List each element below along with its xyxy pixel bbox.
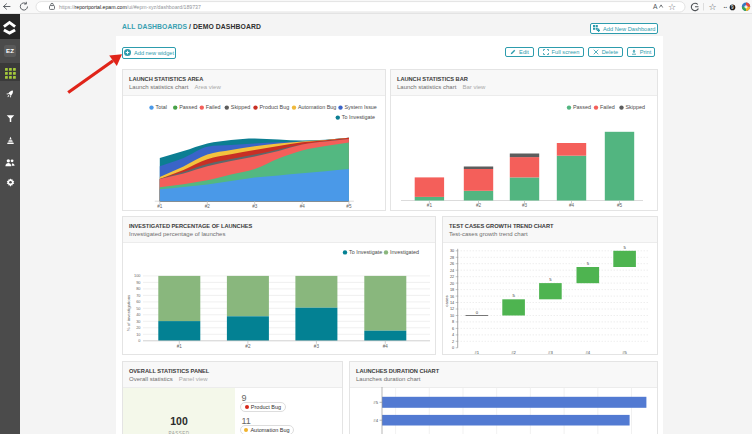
svg-text:% of investigations: % of investigations: [126, 294, 131, 331]
svg-text:12: 12: [450, 307, 454, 311]
svg-text:60: 60: [136, 299, 141, 304]
svg-text:Passed: Passed: [573, 104, 591, 110]
svg-text:Passed: Passed: [179, 104, 197, 110]
svg-text:100: 100: [134, 273, 141, 278]
svg-text:#2: #2: [511, 350, 516, 355]
svg-text:#5: #5: [373, 400, 378, 405]
svg-text:#2: #2: [245, 344, 251, 349]
svg-text:System Issue: System Issue: [345, 104, 377, 110]
svg-text:#4: #4: [585, 350, 590, 355]
svg-text:28: 28: [450, 256, 454, 260]
svg-text:70: 70: [136, 293, 141, 298]
svg-text:#2: #2: [205, 204, 211, 209]
svg-text:90: 90: [136, 280, 141, 285]
svg-text:☆: ☆: [668, 2, 676, 12]
svg-text:#4: #4: [300, 204, 306, 209]
svg-text:0: 0: [476, 310, 479, 315]
svg-text:9: 9: [731, 5, 734, 10]
svg-text:☆: ☆: [709, 2, 717, 12]
svg-text:Total: Total: [156, 104, 167, 110]
svg-text:#1: #1: [177, 344, 183, 349]
svg-text:..: ..: [724, 2, 728, 9]
svg-text:20: 20: [450, 282, 454, 286]
svg-text:#3: #3: [252, 204, 258, 209]
svg-text:#1: #1: [157, 204, 163, 209]
svg-text:10: 10: [450, 314, 454, 318]
svg-text:26: 26: [450, 262, 454, 266]
svg-text:#4: #4: [373, 418, 378, 423]
svg-text:#5: #5: [617, 203, 623, 208]
svg-text:cases: cases: [444, 294, 449, 306]
svg-text:#3: #3: [548, 350, 553, 355]
svg-text:To Investigate: To Investigate: [342, 114, 375, 120]
svg-text:30: 30: [450, 249, 454, 253]
svg-text:30: 30: [136, 319, 141, 324]
svg-text:14: 14: [450, 301, 454, 305]
svg-text:To Investigate: To Investigate: [349, 249, 382, 255]
svg-text:5: 5: [549, 277, 552, 282]
svg-text:20: 20: [136, 325, 141, 330]
svg-text:#3: #3: [314, 344, 320, 349]
svg-text:Failed: Failed: [206, 104, 221, 110]
svg-text:A: A: [653, 3, 658, 10]
svg-text:0: 0: [452, 346, 454, 350]
svg-text:#1: #1: [474, 350, 479, 355]
svg-text:#5: #5: [346, 204, 352, 209]
svg-text:22: 22: [450, 275, 454, 279]
svg-text:#4: #4: [383, 344, 389, 349]
svg-text:80: 80: [136, 286, 141, 291]
svg-text:#4: #4: [569, 203, 575, 208]
svg-text:Investigated: Investigated: [390, 249, 419, 255]
svg-text:Automation Bug: Automation Bug: [298, 104, 336, 110]
svg-text:Skipped: Skipped: [231, 104, 250, 110]
svg-text:Product Bug: Product Bug: [260, 104, 290, 110]
svg-text:Skipped: Skipped: [626, 104, 645, 110]
svg-text:#5: #5: [622, 350, 627, 355]
svg-text:50: 50: [136, 306, 141, 311]
svg-text:https://reportportal.epam.com/: https://reportportal.epam.com/ui/#epm-xy…: [59, 4, 201, 10]
svg-text:4: 4: [452, 333, 454, 337]
svg-text:2: 2: [452, 340, 454, 344]
svg-text:5: 5: [512, 293, 515, 298]
svg-text:5: 5: [587, 261, 590, 266]
svg-text:8: 8: [452, 320, 454, 324]
svg-text:6: 6: [452, 327, 454, 331]
svg-text:#1: #1: [427, 203, 433, 208]
svg-text:#3: #3: [522, 203, 528, 208]
svg-text:18: 18: [450, 288, 454, 292]
svg-text:5: 5: [623, 245, 626, 250]
svg-text:Failed: Failed: [600, 104, 615, 110]
svg-text:40: 40: [136, 312, 141, 317]
svg-text:10: 10: [136, 332, 141, 337]
svg-text:24: 24: [450, 269, 454, 273]
svg-text:16: 16: [450, 295, 454, 299]
svg-text:0: 0: [138, 338, 141, 343]
svg-text:#2: #2: [476, 203, 482, 208]
